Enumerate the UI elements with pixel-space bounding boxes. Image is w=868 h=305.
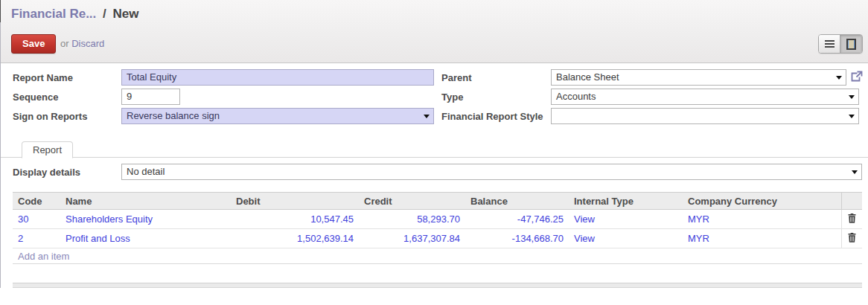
type-dropdown-caret-icon: [849, 95, 855, 99]
sign-on-reports-label: Sign on Reports: [13, 111, 87, 122]
cell-name[interactable]: Shareholders Equity: [60, 210, 231, 229]
sequence-label: Sequence: [13, 92, 58, 103]
discard-link[interactable]: Discard: [71, 38, 104, 49]
tab-bar: Report: [1, 141, 868, 158]
sign-on-reports-value: Reverse balance sign: [127, 110, 220, 121]
cell-credit[interactable]: 1,637,307.84: [359, 229, 465, 248]
type-value: Accounts: [556, 91, 596, 102]
cell-company-currency[interactable]: MYR: [683, 210, 841, 229]
cell-debit[interactable]: 1,502,639.14: [231, 229, 359, 248]
col-header-internal-type[interactable]: Internal Type: [569, 193, 683, 210]
form-view-button[interactable]: [840, 35, 862, 53]
table-header-row: Code Name Debit Credit Balance Internal …: [13, 193, 862, 210]
bottom-separator-band: [13, 283, 862, 288]
view-switcher: [818, 34, 863, 54]
tab-report[interactable]: Report: [22, 141, 73, 158]
parent-external-link-icon[interactable]: [850, 71, 863, 85]
col-header-delete: [841, 193, 862, 210]
cell-delete: [841, 210, 862, 229]
top-header: Financial Re... / New Save or Discard: [1, 0, 868, 63]
display-details-dropdown-caret-icon: [852, 170, 858, 174]
delete-row-icon[interactable]: [848, 214, 856, 223]
cell-internal-type[interactable]: View: [569, 229, 683, 248]
report-name-input[interactable]: Total Equity: [121, 69, 434, 86]
type-label: Type: [441, 92, 463, 103]
form-view-icon: [846, 39, 856, 50]
parent-input[interactable]: Balance Sheet: [551, 69, 846, 86]
report-name-label: Report Name: [13, 72, 73, 83]
cell-company-currency[interactable]: MYR: [683, 229, 841, 248]
sign-on-reports-select[interactable]: Reverse balance sign: [121, 108, 434, 124]
cell-internal-type[interactable]: View: [569, 210, 683, 229]
breadcrumb-parent-link[interactable]: Financial Re...: [11, 7, 96, 21]
display-details-select[interactable]: No detail: [121, 164, 862, 180]
breadcrumb-current: New: [113, 7, 139, 21]
breadcrumb: Financial Re... / New: [11, 7, 138, 22]
save-button[interactable]: Save: [11, 34, 56, 54]
add-item-row: Add an item: [13, 248, 862, 264]
display-details-value: No detail: [127, 166, 165, 177]
col-header-code[interactable]: Code: [13, 193, 60, 210]
col-header-name[interactable]: Name: [60, 193, 231, 210]
cell-balance[interactable]: -134,668.70: [465, 229, 569, 248]
sequence-input[interactable]: 9: [121, 89, 180, 105]
col-header-debit[interactable]: Debit: [231, 193, 359, 210]
list-view-button[interactable]: [819, 35, 840, 53]
cell-debit[interactable]: 10,547.45: [231, 210, 359, 229]
parent-label: Parent: [441, 72, 471, 83]
cell-code[interactable]: 30: [13, 210, 60, 229]
parent-value: Balance Sheet: [556, 71, 619, 83]
col-header-credit[interactable]: Credit: [359, 193, 465, 210]
breadcrumb-separator: /: [100, 7, 109, 21]
type-select[interactable]: Accounts: [551, 89, 859, 105]
report-lines-table: Code Name Debit Credit Balance Internal …: [13, 192, 862, 264]
cell-name[interactable]: Profit and Loss: [60, 229, 231, 248]
display-details-label: Display details: [13, 167, 80, 178]
or-label: or: [60, 38, 69, 49]
financial-report-style-label: Financial Report Style: [441, 111, 543, 122]
financial-report-style-select[interactable]: [551, 108, 859, 124]
add-an-item-link[interactable]: Add an item: [13, 248, 862, 264]
cell-code[interactable]: 2: [13, 229, 60, 248]
cell-credit[interactable]: 58,293.70: [359, 210, 465, 229]
sign-on-reports-dropdown-caret-icon: [424, 115, 430, 118]
col-header-balance[interactable]: Balance: [465, 193, 569, 210]
financial-report-style-dropdown-caret-icon: [849, 115, 855, 118]
table-row[interactable]: 30 Shareholders Equity 10,547.45 58,293.…: [13, 210, 862, 229]
cell-balance[interactable]: -47,746.25: [465, 210, 569, 229]
col-header-company-currency[interactable]: Company Currency: [683, 193, 841, 210]
parent-dropdown-caret-icon[interactable]: [836, 76, 842, 80]
cell-delete: [841, 229, 862, 248]
or-discard: or Discard: [60, 38, 104, 49]
list-view-icon: [825, 39, 835, 49]
table-row[interactable]: 2 Profit and Loss 1,502,639.14 1,637,307…: [13, 229, 862, 248]
delete-row-icon[interactable]: [848, 233, 856, 243]
